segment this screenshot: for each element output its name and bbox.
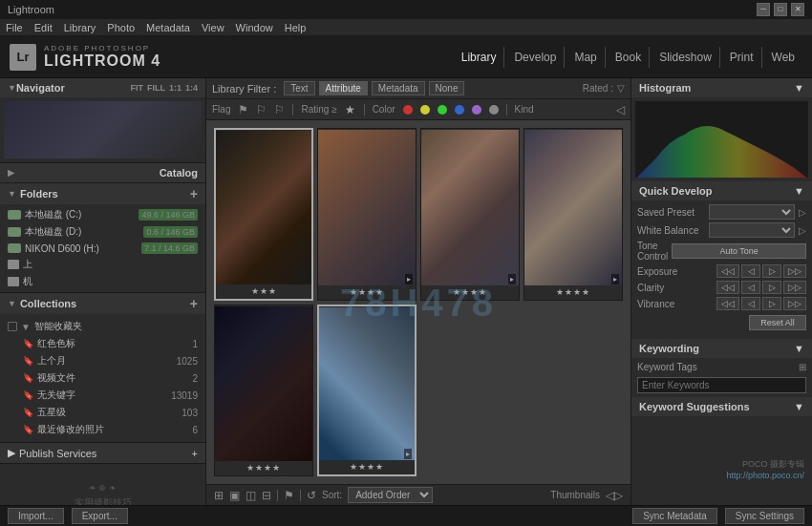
coll-item-video[interactable]: 🔖 视频文件 2 [8,369,198,387]
filter-text-button[interactable]: Text [284,81,314,95]
saved-preset-select[interactable] [709,204,795,220]
sync-metadata-button[interactable]: Sync Metadata [632,508,717,524]
kw-options-icon[interactable]: ⊞ [799,362,806,372]
color-green[interactable] [438,105,447,115]
smart-collections-header[interactable]: ▼ 智能收藏夹 [8,318,198,335]
import-button[interactable]: Import... [8,508,64,524]
tab-develop[interactable]: Develop [506,47,565,68]
folder-item-local[interactable]: 机 [0,273,205,290]
nav-1to4[interactable]: 1:4 [185,83,198,93]
flag-reject-icon[interactable]: ⚐ [274,103,285,116]
filter-metadata-button[interactable]: Metadata [372,81,425,95]
folder-item-c[interactable]: 本地磁盘 (C:) 49.6 / 146 GB [0,206,205,223]
color-yellow[interactable] [420,105,430,115]
filter-none-button[interactable]: None [429,81,465,95]
publish-services-header[interactable]: ▶ Publish Services + [0,443,205,463]
coll-item-5star[interactable]: 🔖 五星级 103 [8,404,198,421]
tab-library[interactable]: Library [454,47,505,68]
folder-item-up[interactable]: 上 [0,256,205,273]
survey-view-icon[interactable]: ⊟ [262,489,271,502]
maximize-button[interactable]: □ [774,3,787,16]
exposure-dec-dec[interactable]: ◁◁ [716,264,739,278]
flag-none-icon[interactable]: ⚑ [238,103,248,116]
auto-tone-button[interactable]: Auto Tone [672,243,806,259]
clarity-dec-dec[interactable]: ◁◁ [716,281,739,294]
keywording-header[interactable]: Keywording ▼ [631,339,812,358]
tab-slideshow[interactable]: Slideshow [652,47,720,68]
nav-fill[interactable]: FILL [147,83,165,93]
close-button[interactable]: ✕ [791,3,804,16]
clarity-dec[interactable]: ◁ [741,281,760,294]
reset-all-button[interactable]: Reset All [749,315,806,330]
color-none[interactable] [489,105,499,115]
photo-cell-4[interactable]: ▸ ★★★★ [524,128,623,301]
sort-select[interactable]: Added Order Capture Time File Name Ratin… [348,487,433,503]
compare-view-icon[interactable]: ◫ [246,489,256,502]
photo-cell-1[interactable]: ★★★ [214,128,313,301]
folders-header[interactable]: ▼ Folders + [0,183,205,204]
filter-expand-icon[interactable]: ▽ [617,83,625,94]
menu-library[interactable]: Library [64,22,96,33]
coll-item-lastmonth[interactable]: 🔖 上个月 1025 [8,352,198,369]
tab-print[interactable]: Print [722,47,762,68]
nav-1to1[interactable]: 1:1 [169,83,182,93]
folder-item-d[interactable]: 本地磁盘 (D:) 0.6 / 146 GB [0,223,205,241]
photo-cell-5[interactable]: ★★★★ [214,305,313,477]
keyword-input[interactable] [637,377,806,393]
rating-star[interactable]: ★ [345,103,356,116]
menu-window[interactable]: Window [236,22,273,33]
exposure-inc[interactable]: ▷ [762,264,781,278]
quick-develop-header[interactable]: Quick Develop ▼ [631,181,812,200]
tab-book[interactable]: Book [608,47,650,68]
menu-file[interactable]: File [6,22,23,33]
menu-view[interactable]: View [202,22,224,33]
menu-help[interactable]: Help [285,22,307,33]
flag-pick-icon[interactable]: ⚐ [256,103,267,116]
color-purple[interactable] [472,105,481,115]
color-red[interactable] [403,105,413,115]
coll-item-nokw[interactable]: 🔖 无关键字 13019 [8,387,198,404]
vibrance-inc-inc[interactable]: ▷▷ [783,297,806,310]
histogram-header[interactable]: Histogram ▼ [631,78,812,97]
photo-cell-6[interactable]: ▸ ★★★★ [317,305,417,477]
ps-add-button[interactable]: + [192,448,198,459]
rotate-left-icon[interactable]: ↺ [307,489,316,502]
coll-item-red[interactable]: 🔖 红色色标 1 [8,335,198,352]
menu-edit[interactable]: Edit [34,22,53,33]
sync-settings-button[interactable]: Sync Settings [725,508,804,524]
nav-fit[interactable]: FIT [130,83,143,93]
white-balance-select[interactable] [709,222,795,238]
collections-add-button[interactable]: + [190,297,198,310]
tab-web[interactable]: Web [764,47,802,68]
menu-photo[interactable]: Photo [107,22,135,33]
coll-item-recent[interactable]: 🔖 最近修改的照片 6 [8,421,198,438]
attr-expand-icon[interactable]: ◁ [616,103,625,116]
grid-view-icon[interactable]: ⊞ [214,489,224,502]
export-button[interactable]: Export... [72,508,128,524]
menu-metadata[interactable]: Metadata [146,22,190,33]
flag-icon[interactable]: ⚑ [284,489,294,502]
folder-item-h[interactable]: NIKON D600 (H:) 7.1 / 14.6 GB [0,241,205,256]
minimize-button[interactable]: ─ [757,3,770,16]
vibrance-dec[interactable]: ◁ [741,297,760,310]
tab-map[interactable]: Map [566,47,605,68]
exposure-inc-inc[interactable]: ▷▷ [783,264,806,278]
clarity-inc-inc[interactable]: ▷▷ [783,281,806,294]
clarity-inc[interactable]: ▷ [762,281,781,294]
folders-add-button[interactable]: + [190,187,198,200]
collections-header[interactable]: ▼ Collections + [0,293,205,314]
exposure-dec[interactable]: ◁ [741,264,760,278]
window-controls[interactable]: ─ □ ✕ [757,3,804,16]
color-blue[interactable] [455,105,464,115]
photo-cell-2[interactable]: ▸ ★★★★ [317,128,417,301]
vibrance-dec-dec[interactable]: ◁◁ [716,297,739,310]
vibrance-inc[interactable]: ▷ [762,297,781,310]
navigator-header[interactable]: ▼ Navigator FIT FILL 1:1 1:4 [0,78,205,97]
thumbnails-slider-icon[interactable]: ◁▷ [606,489,623,502]
filter-attribute-button[interactable]: Attribute [319,81,368,95]
catalog-header[interactable]: ▶ Catalog [0,163,205,182]
photo-cell-3[interactable]: ▸ ★★★★ [420,128,520,301]
keyword-suggestions-header[interactable]: Keyword Suggestions ▼ [631,397,812,416]
photo-badge-3: ▸ [508,274,516,284]
loupe-view-icon[interactable]: ▣ [229,489,240,502]
